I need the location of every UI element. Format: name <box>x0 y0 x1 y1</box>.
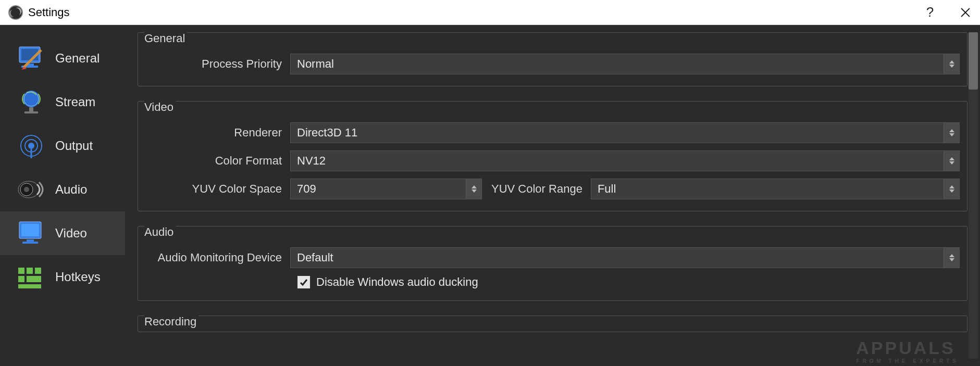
video-icon <box>15 219 48 248</box>
color-format-select[interactable]: NV12 <box>290 150 960 171</box>
scrollbar[interactable] <box>969 32 978 359</box>
svg-rect-28 <box>18 276 24 282</box>
audio-icon <box>15 175 48 204</box>
sidebar-item-label: General <box>55 51 100 66</box>
sidebar-item-video[interactable]: Video <box>0 211 125 255</box>
svg-marker-41 <box>949 254 954 257</box>
svg-marker-42 <box>949 258 954 261</box>
group-video: Video Renderer Direct3D 11 Color Format … <box>138 101 967 211</box>
spinner-icon <box>944 123 959 143</box>
svg-marker-32 <box>949 65 954 68</box>
svg-rect-13 <box>24 111 38 113</box>
settings-sidebar: General Stream <box>0 25 125 366</box>
close-button[interactable] <box>955 2 976 23</box>
monitoring-device-value: Default <box>297 251 333 264</box>
color-format-label: Color Format <box>145 154 290 168</box>
sidebar-item-output[interactable]: Output <box>0 124 125 168</box>
watermark: APPUALS FROM THE EXPERTS <box>856 338 959 364</box>
yuv-color-range-value: Full <box>598 182 616 196</box>
settings-content: General Process Priority Normal Video Re… <box>125 25 980 366</box>
sidebar-item-label: Output <box>55 138 93 153</box>
group-title-recording: Recording <box>144 315 199 329</box>
process-priority-value: Normal <box>297 57 334 71</box>
group-title-video: Video <box>144 100 176 114</box>
svg-marker-39 <box>949 185 954 188</box>
sidebar-item-hotkeys[interactable]: Hotkeys <box>0 255 125 299</box>
sidebar-item-audio[interactable]: Audio <box>0 168 125 211</box>
output-icon <box>15 131 48 160</box>
svg-text:?: ? <box>926 5 934 20</box>
spinner-icon <box>944 54 959 74</box>
svg-marker-34 <box>949 133 954 136</box>
svg-marker-37 <box>472 185 477 188</box>
group-audio: Audio Audio Monitoring Device Default Di… <box>138 226 967 301</box>
group-recording: Recording <box>138 315 967 332</box>
spinner-icon <box>944 179 959 199</box>
color-format-value: NV12 <box>297 154 326 168</box>
yuv-color-space-value: 709 <box>297 182 316 196</box>
process-priority-label: Process Priority <box>145 57 290 71</box>
yuv-color-space-label: YUV Color Space <box>145 182 290 196</box>
monitoring-device-label: Audio Monitoring Device <box>145 251 290 264</box>
svg-point-10 <box>23 91 40 107</box>
general-icon <box>15 44 48 73</box>
yuv-color-range-label: YUV Color Range <box>482 182 591 196</box>
svg-rect-30 <box>18 284 41 288</box>
group-title-audio: Audio <box>144 225 176 239</box>
svg-rect-22 <box>21 224 39 236</box>
svg-rect-27 <box>35 268 41 274</box>
group-general: General Process Priority Normal <box>138 32 967 86</box>
spinner-icon <box>944 248 959 268</box>
hotkeys-icon <box>15 262 48 292</box>
renderer-value: Direct3D 11 <box>297 126 357 140</box>
monitoring-device-select[interactable]: Default <box>290 247 960 268</box>
group-title-general: General <box>144 32 187 45</box>
svg-point-20 <box>24 187 29 192</box>
spinner-icon <box>466 179 481 199</box>
sidebar-item-label: Stream <box>55 95 95 109</box>
sidebar-item-label: Video <box>55 226 87 241</box>
renderer-label: Renderer <box>145 126 290 140</box>
sidebar-item-stream[interactable]: Stream <box>0 80 125 124</box>
svg-marker-36 <box>949 161 954 165</box>
title-bar: Settings ? <box>0 0 980 25</box>
stream-icon <box>15 87 48 117</box>
svg-rect-26 <box>27 268 33 274</box>
svg-point-14 <box>28 143 34 149</box>
disable-ducking-label: Disable Windows audio ducking <box>316 275 478 289</box>
spinner-icon <box>944 151 959 171</box>
svg-marker-35 <box>949 157 954 160</box>
svg-marker-40 <box>949 190 954 193</box>
svg-marker-38 <box>472 190 477 193</box>
yuv-color-space-select[interactable]: 709 <box>290 179 482 199</box>
help-button[interactable]: ? <box>920 2 940 23</box>
sidebar-item-label: Audio <box>55 182 87 197</box>
window-title: Settings <box>28 6 920 19</box>
svg-rect-23 <box>27 239 34 242</box>
yuv-color-range-select[interactable]: Full <box>591 179 960 199</box>
sidebar-item-label: Hotkeys <box>55 270 101 284</box>
scrollbar-thumb[interactable] <box>969 32 978 90</box>
renderer-select[interactable]: Direct3D 11 <box>290 122 960 143</box>
sidebar-item-general[interactable]: General <box>0 36 125 80</box>
svg-rect-25 <box>18 268 24 274</box>
svg-marker-31 <box>949 60 954 64</box>
disable-ducking-checkbox[interactable] <box>297 276 310 288</box>
svg-marker-33 <box>949 129 954 132</box>
svg-rect-24 <box>22 242 38 244</box>
svg-rect-29 <box>27 276 41 282</box>
obs-app-icon <box>8 5 23 20</box>
process-priority-select[interactable]: Normal <box>290 54 960 74</box>
